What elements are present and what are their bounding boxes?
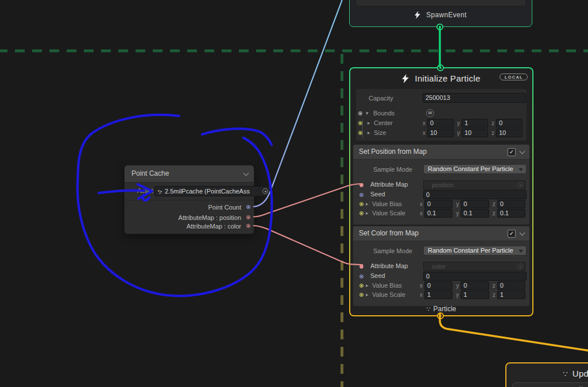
capacity-field[interactable]: 2500013 (423, 93, 526, 103)
block-collapse-chevron[interactable] (520, 149, 525, 154)
value-scale-foldout-icon[interactable]: ▸ (366, 292, 369, 297)
value-scale-vec3: x0.1 y0.1 z0.1 (420, 209, 525, 218)
block-header[interactable]: Set Color from Map ✓ (353, 226, 529, 241)
bounds-space-badge[interactable]: W (426, 109, 434, 117)
spawn-event-node[interactable]: SpawnEvent (349, 0, 532, 27)
value-bias-port[interactable] (359, 284, 363, 288)
initialize-input-port[interactable] (437, 64, 444, 71)
point-cache-node[interactable]: Point Cache Asset 2.5milPcache (PointCac… (124, 165, 254, 234)
point-cache-asset-icon (158, 190, 160, 192)
sample-mode-dropdown[interactable]: Random Constant Per Particle (423, 246, 527, 256)
value-scale-z-field[interactable]: 1 (497, 291, 525, 299)
axis-z-label: z (492, 130, 494, 136)
update-empty-block-placeholder[interactable]: Press space (512, 382, 588, 387)
output-attributemap-position-label: AttributeMap : position (179, 214, 241, 221)
value-bias-foldout-icon[interactable]: ▸ (366, 202, 369, 207)
sample-mode-dropdown[interactable]: Random Constant Per Particle (423, 164, 527, 174)
initialize-particle-node[interactable]: Initialize Particle LOCAL Capacity 25000… (349, 67, 533, 316)
size-x-field[interactable]: 10 (427, 129, 454, 137)
value-bias-foldout-icon[interactable]: ▸ (366, 283, 369, 288)
center-y-field[interactable]: 1 (462, 119, 488, 127)
asset-value: 2.5milPcache (PointCacheAss (165, 188, 250, 195)
wire-attributemap-color[interactable] (253, 226, 363, 265)
value-scale-x-field[interactable]: 1 (424, 291, 452, 299)
attribute-map-port[interactable] (359, 265, 363, 269)
bounds-size-port[interactable] (358, 131, 362, 135)
attribute-map-port[interactable] (359, 183, 363, 187)
attribute-map-ghost-value: color (432, 263, 446, 270)
bounds-center-port[interactable] (358, 121, 362, 125)
wire-initialize-to-update[interactable] (440, 314, 588, 351)
local-badge: LOCAL (500, 73, 528, 80)
size-foldout-icon[interactable]: ▸ (368, 130, 370, 136)
value-scale-port[interactable] (359, 211, 363, 215)
block-collapse-chevron[interactable] (520, 230, 525, 236)
update-ghost-text: Press space (513, 385, 588, 387)
value-scale-foldout-icon[interactable]: ▸ (366, 211, 369, 216)
seed-label: Seed (370, 191, 385, 198)
lightning-icon (402, 74, 409, 85)
seed-port[interactable] (359, 274, 363, 278)
asset-label: Asset (137, 187, 153, 194)
value-scale-label: Value Scale (372, 210, 405, 216)
bounds-port[interactable] (358, 111, 362, 115)
update-particle-node[interactable]: ∵Update Particle Press space (505, 362, 588, 387)
value-scale-y-field[interactable]: 1 (461, 291, 489, 299)
attribute-map-field[interactable]: color (423, 262, 525, 271)
value-scale-vec3: x1 y1 z1 (420, 291, 525, 299)
seed-field[interactable]: 0 (423, 272, 527, 281)
value-bias-x-field[interactable]: 0 (424, 281, 452, 290)
block-enabled-checkbox[interactable]: ✓ (508, 148, 516, 156)
axis-y-label: y (456, 282, 459, 289)
block-set-position-from-map[interactable]: Set Position from Map ✓ Sample Mode Rand… (353, 145, 529, 225)
axis-x-label: x (423, 130, 425, 136)
value-scale-z-field[interactable]: 0.1 (497, 209, 525, 218)
point-count-output-port[interactable] (246, 205, 250, 209)
attribute-map-field[interactable]: position (423, 180, 525, 189)
value-scale-port[interactable] (359, 293, 363, 297)
center-x-field[interactable]: 0 (427, 119, 454, 127)
value-bias-z-field[interactable]: 0 (497, 281, 525, 290)
center-z-field[interactable]: 0 (496, 119, 523, 127)
axis-z-label: z (493, 201, 496, 207)
seed-port[interactable] (359, 193, 363, 197)
wire-point-count[interactable] (253, 0, 343, 207)
value-scale-label: Value Scale (372, 291, 405, 298)
attribute-map-ghost-value: position (432, 181, 454, 188)
value-bias-y-field[interactable]: 0 (461, 200, 489, 208)
block-set-color-from-map[interactable]: Set Color from Map ✓ Sample Mode Random … (353, 226, 529, 306)
point-cache-header[interactable]: Point Cache (125, 165, 254, 183)
particle-icon: ∵ (426, 305, 430, 312)
size-y-field[interactable]: 10 (462, 129, 488, 137)
bounds-label: Bounds (373, 110, 394, 117)
asset-field[interactable]: 2.5milPcache (PointCacheAss (154, 186, 270, 196)
object-picker-icon[interactable] (517, 264, 523, 269)
object-picker-icon[interactable] (262, 188, 268, 194)
value-bias-y-field[interactable]: 0 (461, 281, 489, 290)
object-picker-icon[interactable] (517, 182, 523, 188)
initialize-settings-panel: Capacity 2500013 ▾ Bounds W ▸ Center x0 … (356, 89, 527, 141)
value-bias-x-field[interactable]: 0 (424, 200, 452, 208)
attributemap-position-output-port[interactable] (246, 215, 250, 219)
block-title: Set Position from Map (359, 148, 427, 156)
value-bias-vec3: x0 y0 z0 (420, 200, 525, 208)
value-bias-z-field[interactable]: 0 (497, 200, 525, 208)
spawn-output-port[interactable] (436, 24, 443, 30)
value-scale-x-field[interactable]: 0.1 (424, 209, 452, 218)
bounds-foldout-icon[interactable]: ▾ (366, 111, 369, 116)
particle-output-port[interactable] (437, 312, 444, 319)
vfx-graph-canvas[interactable]: { "colors": { "background": "#1a1a1a", "… (0, 0, 588, 387)
axis-z-label: z (493, 210, 496, 216)
value-bias-port[interactable] (359, 202, 363, 206)
node-collapse-chevron[interactable] (243, 171, 249, 176)
block-header[interactable]: Set Position from Map ✓ (353, 145, 529, 160)
size-z-field[interactable]: 10 (496, 129, 523, 137)
axis-z-label: z (493, 292, 496, 298)
value-scale-y-field[interactable]: 0.1 (461, 209, 489, 218)
block-enabled-checkbox[interactable]: ✓ (508, 230, 516, 238)
value-bias-label: Value Bias (372, 282, 402, 289)
value-bias-label: Value Bias (372, 200, 402, 207)
center-foldout-icon[interactable]: ▸ (368, 121, 370, 126)
attributemap-color-output-port[interactable] (246, 224, 250, 228)
seed-field[interactable]: 0 (423, 190, 527, 199)
